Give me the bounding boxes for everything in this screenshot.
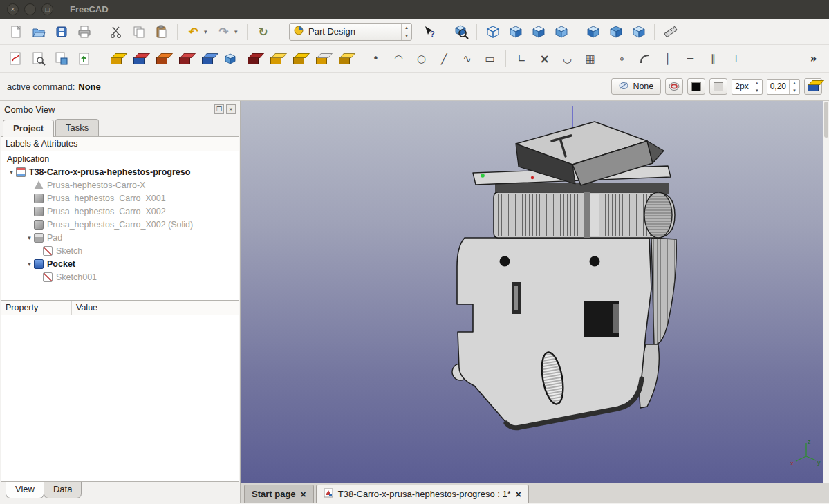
maximize-window-icon[interactable]: □ — [41, 3, 53, 15]
whats-this-icon[interactable]: ? — [419, 21, 439, 41]
toolbar-overflow-icon[interactable]: » — [803, 48, 823, 68]
tab-data[interactable]: Data — [44, 482, 82, 498]
groove-icon[interactable] — [174, 48, 194, 68]
revolution-icon[interactable] — [129, 48, 149, 68]
tree-item-sketch001[interactable]: Sketch001 — [1, 270, 239, 283]
constrain-parallel-icon[interactable]: ∥ — [703, 48, 723, 68]
constrain-horizontal-icon[interactable]: ─ — [680, 48, 700, 68]
create-fillet-icon[interactable] — [635, 48, 655, 68]
tree-item-pocket[interactable]: ▾ Pocket — [1, 257, 239, 270]
sketch-icon — [43, 246, 53, 256]
subtractive-cut-icon[interactable] — [243, 48, 263, 68]
tree-item-solid[interactable]: Prusa_hephestos_Carro_X002 — [1, 205, 239, 218]
undo-icon[interactable]: ↶ — [183, 21, 203, 41]
create-circle-icon[interactable]: ○ — [411, 48, 431, 68]
create-point-icon[interactable]: • — [366, 48, 386, 68]
3d-viewport[interactable]: z x y — [241, 101, 829, 483]
tab-start-page[interactable]: Start page × — [244, 485, 314, 503]
right-view-icon[interactable] — [551, 21, 571, 41]
new-file-icon[interactable] — [6, 21, 26, 41]
fillet-icon[interactable] — [266, 48, 286, 68]
leave-sketch-icon[interactable] — [74, 48, 94, 68]
float-panel-icon[interactable]: ❐ — [214, 104, 224, 114]
fit-all-icon[interactable] — [451, 21, 471, 41]
left-view-icon[interactable] — [628, 21, 649, 41]
pocket-icon[interactable] — [151, 48, 171, 68]
document-tabbar: Start page × T38-Carro-x-prusa-hephestos… — [241, 483, 829, 503]
3d-scene[interactable]: z x y — [241, 101, 829, 483]
chamfer-icon[interactable] — [288, 48, 308, 68]
top-view-icon[interactable] — [528, 21, 548, 41]
3d-model[interactable] — [452, 122, 676, 428]
constrain-coincident-icon[interactable]: ∟ — [512, 48, 532, 68]
scrollbar-thumb[interactable] — [824, 102, 828, 138]
copy-icon[interactable] — [129, 21, 149, 41]
tree-item-solid[interactable]: Prusa_hephestos_Carro_X001 — [1, 192, 239, 205]
point-size-spinner[interactable]: 0,20 ▴▾ — [767, 79, 800, 95]
edit-sketch-icon[interactable] — [28, 48, 48, 68]
expander-icon[interactable]: ▾ — [25, 234, 34, 241]
measure-distance-icon[interactable] — [660, 21, 680, 41]
tree-item-mesh[interactable]: Prusa-hephestos-Carro-X — [1, 178, 239, 192]
workbench-selector[interactable]: Part Design ▴▾ — [289, 23, 412, 41]
create-line-icon[interactable]: ╱ — [434, 48, 454, 68]
constrain-vertical-icon[interactable]: │ — [658, 48, 678, 68]
close-tab-icon[interactable]: × — [516, 489, 521, 499]
additive-prism-icon[interactable] — [197, 48, 217, 68]
close-window-icon[interactable]: × — [7, 3, 19, 15]
rear-view-icon[interactable] — [583, 21, 603, 41]
create-sketch-icon[interactable] — [6, 48, 26, 68]
constrain-point-icon[interactable]: ∘ — [612, 48, 632, 68]
undo-dropdown-icon[interactable]: ▾ — [204, 28, 211, 35]
additive-box-icon[interactable] — [220, 48, 240, 68]
tree-item-application[interactable]: Application — [1, 152, 239, 165]
expander-icon[interactable]: ▾ — [7, 169, 16, 176]
minimize-window-icon[interactable]: – — [24, 3, 36, 15]
paste-icon[interactable] — [151, 21, 171, 41]
trim-edge-icon[interactable]: × — [534, 48, 555, 68]
external-geometry-icon[interactable]: ▦ — [580, 48, 600, 68]
mirrored-icon[interactable] — [334, 48, 354, 68]
create-rectangle-icon[interactable]: ▭ — [480, 48, 500, 68]
tab-document[interactable]: T38-Carro-x-prusa-hephestos-progreso : 1… — [316, 485, 529, 503]
property-table-body[interactable] — [1, 315, 239, 481]
tab-tasks[interactable]: Tasks — [55, 119, 99, 136]
front-view-icon[interactable] — [505, 21, 525, 41]
create-arc-icon[interactable]: ◠ — [389, 48, 409, 68]
line-color-swatch[interactable] — [687, 78, 705, 95]
pad-icon[interactable] — [106, 48, 126, 68]
save-file-icon[interactable] — [51, 21, 71, 41]
draft-icon[interactable] — [311, 48, 331, 68]
tree-item-sketch[interactable]: Sketch — [1, 244, 239, 257]
refresh-icon[interactable]: ↻ — [253, 21, 273, 41]
redo-icon[interactable]: ↷ — [214, 21, 234, 41]
axonometric-view-icon[interactable] — [483, 21, 503, 41]
face-color-swatch[interactable] — [709, 78, 727, 95]
line-width-spinner[interactable]: 2px ▴▾ — [732, 79, 762, 95]
bottom-view-icon[interactable] — [606, 21, 626, 41]
create-polyline-icon[interactable]: ∿ — [457, 48, 477, 68]
draw-style-icon[interactable] — [804, 78, 822, 95]
labels-attributes-header: Labels & Attributes — [1, 137, 239, 151]
viewport-scrollbar[interactable] — [823, 101, 829, 483]
tree-item-solid[interactable]: Prusa_hephestos_Carro_X002 (Solid) — [1, 218, 239, 231]
close-tab-icon[interactable]: × — [301, 489, 306, 499]
close-panel-icon[interactable]: × — [226, 104, 236, 114]
tree-item-pad[interactable]: ▾ Pad — [1, 231, 239, 244]
tab-project[interactable]: Project — [3, 120, 54, 137]
tree-item-document[interactable]: ▾ T38-Carro-x-prusa-hephestos-progreso — [1, 165, 239, 178]
expander-icon[interactable]: ▾ — [25, 261, 34, 268]
redo-dropdown-icon[interactable]: ▾ — [234, 28, 241, 35]
tab-view[interactable]: View — [6, 482, 44, 498]
print-icon[interactable] — [74, 21, 94, 41]
extend-edge-icon[interactable]: ◡ — [557, 48, 577, 68]
workbench-combo-arrows[interactable]: ▴▾ — [401, 24, 411, 40]
shape-appearance-button[interactable]: None — [611, 78, 661, 95]
property-column-header[interactable]: Property — [1, 301, 72, 315]
map-sketch-icon[interactable] — [51, 48, 71, 68]
material-icon[interactable] — [665, 78, 683, 95]
open-file-icon[interactable] — [28, 21, 48, 41]
constrain-perpendicular-icon[interactable]: ⊥ — [726, 48, 746, 68]
cut-icon[interactable] — [106, 21, 126, 41]
value-column-header[interactable]: Value — [72, 301, 102, 315]
